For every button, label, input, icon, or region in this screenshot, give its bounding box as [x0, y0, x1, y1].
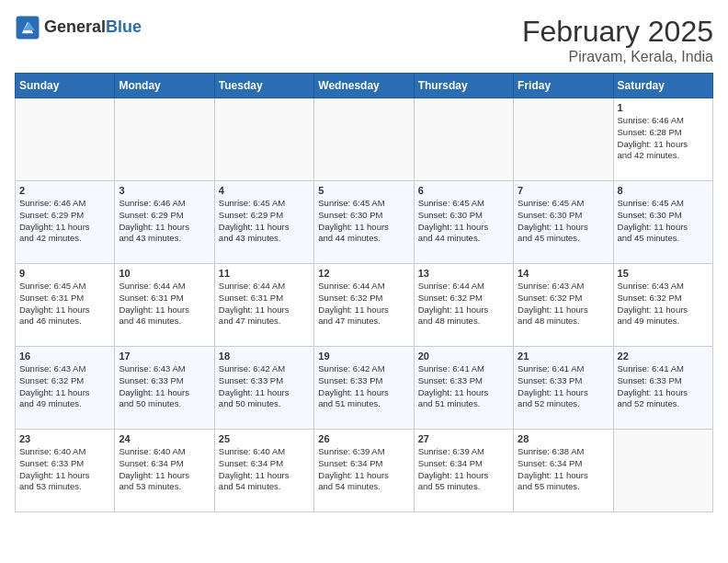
day-info: Sunrise: 6:42 AM Sunset: 6:33 PM Dayligh…: [318, 363, 409, 410]
day-number: 21: [518, 350, 609, 362]
day-info: Sunrise: 6:43 AM Sunset: 6:32 PM Dayligh…: [19, 363, 110, 410]
day-header-saturday: Saturday: [613, 74, 712, 98]
calendar-cell: [514, 98, 613, 181]
day-number: 19: [318, 350, 409, 362]
day-info: Sunrise: 6:39 AM Sunset: 6:34 PM Dayligh…: [418, 446, 509, 493]
day-info: Sunrise: 6:40 AM Sunset: 6:33 PM Dayligh…: [19, 446, 110, 493]
day-header-friday: Friday: [514, 74, 613, 98]
day-header-monday: Monday: [115, 74, 214, 98]
calendar-cell: 18Sunrise: 6:42 AM Sunset: 6:33 PM Dayli…: [214, 347, 313, 430]
calendar-cell: 22Sunrise: 6:41 AM Sunset: 6:33 PM Dayli…: [613, 347, 712, 430]
day-info: Sunrise: 6:41 AM Sunset: 6:33 PM Dayligh…: [618, 363, 709, 410]
day-number: 6: [418, 185, 509, 196]
calendar-cell: [16, 98, 115, 181]
day-number: 18: [219, 350, 310, 362]
logo: GeneralBlue: [15, 15, 142, 40]
day-info: Sunrise: 6:44 AM Sunset: 6:31 PM Dayligh…: [119, 281, 210, 327]
day-number: 15: [618, 268, 709, 279]
logo-general-text: General: [44, 17, 106, 36]
month-title: February 2025: [522, 15, 713, 49]
calendar-cell: 21Sunrise: 6:41 AM Sunset: 6:33 PM Dayli…: [514, 347, 613, 430]
day-number: 7: [518, 185, 609, 196]
calendar-cell: [613, 430, 712, 512]
day-info: Sunrise: 6:43 AM Sunset: 6:33 PM Dayligh…: [119, 363, 210, 410]
day-info: Sunrise: 6:44 AM Sunset: 6:31 PM Dayligh…: [219, 281, 310, 327]
calendar-cell: 3Sunrise: 6:46 AM Sunset: 6:29 PM Daylig…: [115, 181, 214, 264]
calendar-cell: 23Sunrise: 6:40 AM Sunset: 6:33 PM Dayli…: [16, 430, 115, 512]
logo-blue-text: Blue: [106, 17, 142, 36]
calendar-cell: 9Sunrise: 6:45 AM Sunset: 6:31 PM Daylig…: [16, 264, 115, 347]
day-number: 12: [318, 268, 409, 279]
day-number: 3: [119, 185, 210, 196]
day-info: Sunrise: 6:46 AM Sunset: 6:29 PM Dayligh…: [19, 198, 110, 245]
day-number: 27: [418, 433, 509, 444]
calendar-cell: 26Sunrise: 6:39 AM Sunset: 6:34 PM Dayli…: [314, 430, 414, 512]
day-header-sunday: Sunday: [16, 74, 115, 98]
page-header: GeneralBlue February 2025 Piravam, Keral…: [15, 15, 713, 65]
day-header-wednesday: Wednesday: [314, 74, 414, 98]
calendar-cell: 13Sunrise: 6:44 AM Sunset: 6:32 PM Dayli…: [414, 264, 513, 347]
day-number: 2: [19, 185, 110, 196]
week-row-1: 1Sunrise: 6:46 AM Sunset: 6:28 PM Daylig…: [16, 98, 713, 181]
day-info: Sunrise: 6:45 AM Sunset: 6:30 PM Dayligh…: [318, 198, 409, 245]
week-row-4: 16Sunrise: 6:43 AM Sunset: 6:32 PM Dayli…: [16, 347, 713, 430]
day-info: Sunrise: 6:46 AM Sunset: 6:28 PM Dayligh…: [618, 115, 709, 162]
calendar-cell: 28Sunrise: 6:38 AM Sunset: 6:34 PM Dayli…: [514, 430, 613, 512]
day-number: 17: [119, 350, 210, 362]
day-number: 11: [219, 268, 310, 279]
week-row-5: 23Sunrise: 6:40 AM Sunset: 6:33 PM Dayli…: [16, 430, 713, 512]
calendar-cell: 11Sunrise: 6:44 AM Sunset: 6:31 PM Dayli…: [214, 264, 313, 347]
day-info: Sunrise: 6:42 AM Sunset: 6:33 PM Dayligh…: [219, 363, 310, 410]
calendar-cell: 8Sunrise: 6:45 AM Sunset: 6:30 PM Daylig…: [613, 181, 712, 264]
day-header-thursday: Thursday: [414, 74, 513, 98]
day-header-tuesday: Tuesday: [214, 74, 313, 98]
day-info: Sunrise: 6:44 AM Sunset: 6:32 PM Dayligh…: [318, 281, 409, 327]
calendar-cell: 16Sunrise: 6:43 AM Sunset: 6:32 PM Dayli…: [16, 347, 115, 430]
calendar-cell: 12Sunrise: 6:44 AM Sunset: 6:32 PM Dayli…: [314, 264, 414, 347]
day-number: 26: [318, 433, 409, 444]
day-number: 10: [119, 268, 210, 279]
day-info: Sunrise: 6:43 AM Sunset: 6:32 PM Dayligh…: [618, 281, 709, 327]
location: Piravam, Kerala, India: [522, 49, 713, 65]
calendar-cell: [115, 98, 214, 181]
calendar-cell: 4Sunrise: 6:45 AM Sunset: 6:29 PM Daylig…: [214, 181, 313, 264]
day-number: 9: [19, 268, 110, 279]
calendar-cell: 7Sunrise: 6:45 AM Sunset: 6:30 PM Daylig…: [514, 181, 613, 264]
day-info: Sunrise: 6:46 AM Sunset: 6:29 PM Dayligh…: [119, 198, 210, 245]
day-number: 23: [19, 433, 110, 444]
day-number: 28: [518, 433, 609, 444]
day-number: 24: [119, 433, 210, 444]
calendar-cell: 25Sunrise: 6:40 AM Sunset: 6:34 PM Dayli…: [214, 430, 313, 512]
calendar-cell: 6Sunrise: 6:45 AM Sunset: 6:30 PM Daylig…: [414, 181, 513, 264]
day-info: Sunrise: 6:39 AM Sunset: 6:34 PM Dayligh…: [318, 446, 409, 493]
day-number: 20: [418, 350, 509, 362]
day-number: 22: [618, 350, 709, 362]
day-number: 8: [618, 185, 709, 196]
day-number: 13: [418, 268, 509, 279]
day-info: Sunrise: 6:38 AM Sunset: 6:34 PM Dayligh…: [518, 446, 609, 493]
day-number: 16: [19, 350, 110, 362]
day-number: 25: [219, 433, 310, 444]
calendar-cell: 27Sunrise: 6:39 AM Sunset: 6:34 PM Dayli…: [414, 430, 513, 512]
day-info: Sunrise: 6:41 AM Sunset: 6:33 PM Dayligh…: [518, 363, 609, 410]
calendar-cell: 24Sunrise: 6:40 AM Sunset: 6:34 PM Dayli…: [115, 430, 214, 512]
day-number: 14: [518, 268, 609, 279]
day-info: Sunrise: 6:45 AM Sunset: 6:31 PM Dayligh…: [19, 281, 110, 327]
calendar-cell: 19Sunrise: 6:42 AM Sunset: 6:33 PM Dayli…: [314, 347, 414, 430]
calendar-cell: 2Sunrise: 6:46 AM Sunset: 6:29 PM Daylig…: [16, 181, 115, 264]
calendar-cell: 5Sunrise: 6:45 AM Sunset: 6:30 PM Daylig…: [314, 181, 414, 264]
title-block: February 2025 Piravam, Kerala, India: [522, 15, 713, 65]
day-info: Sunrise: 6:44 AM Sunset: 6:32 PM Dayligh…: [418, 281, 509, 327]
calendar-cell: 14Sunrise: 6:43 AM Sunset: 6:32 PM Dayli…: [514, 264, 613, 347]
day-info: Sunrise: 6:45 AM Sunset: 6:30 PM Dayligh…: [518, 198, 609, 245]
logo-icon: [15, 15, 40, 40]
calendar-cell: 20Sunrise: 6:41 AM Sunset: 6:33 PM Dayli…: [414, 347, 513, 430]
day-number: 1: [618, 102, 709, 113]
calendar-cell: 15Sunrise: 6:43 AM Sunset: 6:32 PM Dayli…: [613, 264, 712, 347]
day-info: Sunrise: 6:45 AM Sunset: 6:29 PM Dayligh…: [219, 198, 310, 245]
calendar-cell: 1Sunrise: 6:46 AM Sunset: 6:28 PM Daylig…: [613, 98, 712, 181]
calendar-table: SundayMondayTuesdayWednesdayThursdayFrid…: [15, 73, 713, 512]
week-row-2: 2Sunrise: 6:46 AM Sunset: 6:29 PM Daylig…: [16, 181, 713, 264]
day-info: Sunrise: 6:45 AM Sunset: 6:30 PM Dayligh…: [418, 198, 509, 245]
day-info: Sunrise: 6:41 AM Sunset: 6:33 PM Dayligh…: [418, 363, 509, 410]
